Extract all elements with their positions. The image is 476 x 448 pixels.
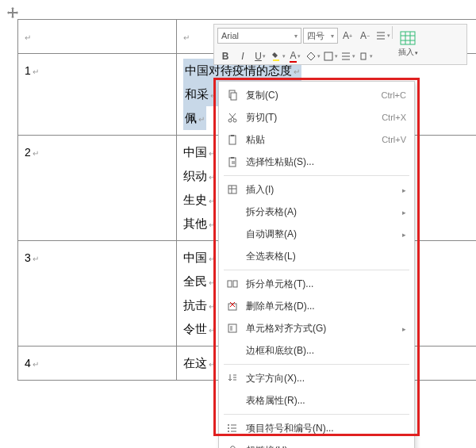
line-spacing-button[interactable] [374,28,390,44]
text-direction-icon [225,372,240,385]
cell-text: 和采 [183,82,218,106]
table-grid-icon [400,31,416,47]
submenu-arrow-icon [402,228,406,239]
font-size-value: 四号 [307,30,324,42]
submenu-arrow-icon [402,184,406,195]
svg-rect-10 [231,157,234,159]
outdent-button[interactable] [357,48,373,64]
menu-select-table[interactable]: 全选表格(L) [219,245,414,267]
cell-text: 全民 [183,274,215,288]
menu-separator [224,175,409,176]
cell-r4c1[interactable]: 4 [18,347,177,381]
menu-bullets-numbering[interactable]: 项目符号和编号(N)... [219,417,414,439]
font-select[interactable]: Arial▾ [217,28,301,44]
increase-font-button[interactable]: A+ [340,28,355,44]
svg-rect-1 [361,53,366,59]
menu-cell-align[interactable]: 单元格对齐方式(G) [219,317,414,339]
align-icon [225,322,240,335]
menu-separator [224,414,409,415]
cell-header-1[interactable] [18,20,177,54]
align-button[interactable] [340,48,355,64]
svg-rect-12 [228,281,232,287]
menu-separator [224,270,409,270]
insert-icon [225,183,240,196]
shading-button[interactable] [305,48,321,64]
submenu-arrow-icon [402,206,406,217]
svg-rect-13 [233,281,237,287]
cell-r1c1[interactable]: 1 [18,54,177,136]
font-select-value: Arial [221,31,239,40]
italic-button[interactable]: I [235,48,251,64]
cell-text: 令世 [183,322,215,335]
menu-hyperlink[interactable]: 超链接(H)... [219,439,414,448]
paste-special-icon [225,155,240,168]
svg-point-5 [228,119,232,122]
svg-rect-0 [324,52,332,60]
menu-autofit[interactable]: 自动调整(A) [219,223,414,245]
borders-button[interactable] [322,48,338,64]
bold-button[interactable]: B [217,48,233,64]
link-icon [225,444,240,448]
svg-rect-8 [231,135,234,136]
insert-table-button[interactable]: 插入 [394,26,421,63]
cell-text: 中国 [183,251,215,264]
cell-text: 佩 [183,106,206,130]
context-menu: 复制(C)Ctrl+C 剪切(T)Ctrl+X 粘贴Ctrl+V 选择性粘贴(S… [218,81,415,448]
copy-icon [225,89,240,101]
menu-delete-cells[interactable]: 删除单元格(D)... [219,295,414,317]
paste-icon [225,133,240,146]
decrease-font-button[interactable]: A− [357,28,373,44]
svg-point-17 [228,427,229,429]
menu-separator [224,364,409,365]
menu-cut[interactable]: 剪切(T)Ctrl+X [219,106,414,128]
font-size-select[interactable]: 四号▾ [303,28,338,44]
svg-rect-2 [401,32,415,44]
menu-copy[interactable]: 复制(C)Ctrl+C [219,84,414,106]
menu-text-direction[interactable]: 文字方向(X)... [219,367,414,389]
svg-point-18 [228,431,229,432]
cell-text: 中国 [183,145,215,159]
split-cells-icon [225,278,240,290]
menu-split-table[interactable]: 拆分表格(A) [219,201,414,223]
underline-button[interactable]: U [252,48,268,64]
insert-label: 插入 [398,47,418,58]
cell-text: 在这 [183,356,215,370]
font-color-button[interactable]: A [287,48,303,64]
cell-text: 织动 [183,169,215,182]
menu-borders[interactable]: 边框和底纹(B)... [219,339,414,362]
submenu-arrow-icon [402,323,406,334]
menu-paste[interactable]: 粘贴Ctrl+V [219,128,414,151]
svg-rect-7 [229,136,236,144]
menu-split-cells[interactable]: 拆分单元格(T)... [219,273,414,295]
svg-rect-11 [228,186,236,193]
mini-toolbar: Arial▾ 四号▾ A+ A− B I U A 插入 [213,24,467,65]
cell-r2c1[interactable]: 2 [18,136,177,241]
menu-paste-special[interactable]: 选择性粘贴(S)... [219,151,414,173]
highlight-button[interactable] [270,48,286,64]
svg-point-6 [233,119,236,122]
scissors-icon [225,111,240,124]
svg-rect-4 [231,93,236,100]
delete-cells-icon [225,300,240,312]
list-icon [225,422,240,435]
cell-text: 抗击 [183,298,215,312]
cell-text: 其他 [183,216,215,230]
menu-insert[interactable]: 插入(I) [219,178,414,201]
cell-text: 生史 [183,193,215,206]
table-move-handle[interactable] [6,6,19,19]
svg-point-16 [228,424,229,426]
menu-table-properties[interactable]: 表格属性(R)... [219,389,414,412]
toolbar-separator [392,26,393,39]
cell-r3c1[interactable]: 3 [18,241,177,347]
